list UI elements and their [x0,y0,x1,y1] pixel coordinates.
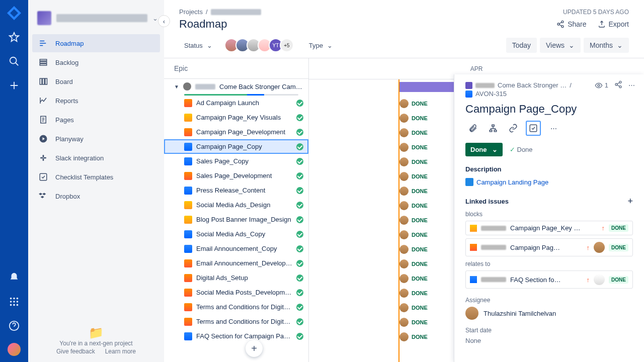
collapse-sidebar-button[interactable]: ‹ [158,15,170,27]
redacted [195,84,215,89]
status-button[interactable]: Done⌄ [465,143,503,156]
linked-issue-card[interactable]: Campaign Page_Key … ↑ DONE [465,221,633,235]
svg-rect-15 [43,78,45,84]
status-chip: DONE [609,276,628,284]
sidebar-item-dropbox[interactable]: Dropbox [32,187,160,205]
chevron-down-icon: ⌄ [617,41,623,49]
epic-label: Come Back Stronger Campaign [219,83,303,90]
task-row[interactable]: Sales Page_Copy [164,154,308,168]
task-type-icon [184,216,192,224]
task-type-icon [184,245,192,253]
breadcrumb-projects[interactable]: Projects [179,8,203,16]
epic-row[interactable]: ▼ Come Back Stronger Campaign [164,79,308,94]
sidebar-item-pages[interactable]: Pages [32,111,160,129]
watch-count[interactable]: 1 [595,81,608,89]
task-row[interactable]: Social Media Posts_Development [164,285,308,300]
task-row[interactable]: Blog Post Banner Image_Design [164,212,308,227]
sidebar-item-label: Reports [55,97,78,105]
app-logo-icon[interactable] [7,6,21,20]
task-label: Social Media Posts_Development [196,289,292,296]
assignee-row[interactable]: Thulazshini Tamilchelvan [465,307,633,320]
issue-key[interactable]: AVON-315 [475,90,507,98]
status-check-icon [296,143,303,150]
task-row[interactable]: Email Announcement_Copy [164,241,308,256]
linked-issue-card[interactable]: Campaign Pag… ↑ DONE [465,238,633,256]
assignee-avatar [399,201,409,210]
status-dropdown[interactable]: Status ⌄ [179,39,217,52]
svg-point-27 [619,81,621,83]
dropbox-icon [38,191,48,201]
svg-rect-20 [43,155,44,157]
task-row[interactable]: Email Announcement_Developm… [164,256,308,270]
assignee-avatar [399,289,409,298]
task-row[interactable]: Campaign Page_Key Visuals [164,110,308,125]
share-icon[interactable] [614,80,622,90]
task-row[interactable]: Ad Campaign Launch [164,96,308,110]
task-row[interactable]: Campaign Page_Development [164,125,308,139]
task-row[interactable]: Press Release_Content [164,183,308,198]
parent-link[interactable]: Come Back Stronger … [498,81,567,89]
link-button[interactable] [506,121,521,136]
more-icon[interactable]: ⋯ [628,81,635,89]
task-row[interactable]: FAQ Section for Campaign Page … [164,329,308,343]
months-dropdown[interactable]: Months⌄ [584,38,629,53]
task-type-icon [184,128,192,136]
user-avatar[interactable] [8,343,21,356]
description-header: Description [465,165,633,173]
doc-link[interactable]: Campaign Landing Page [465,176,633,193]
redacted-key [481,277,506,282]
sidebar-item-reports[interactable]: Reports [32,92,160,110]
today-button[interactable]: Today [506,38,537,53]
status-tag: DONE [412,319,428,325]
svg-rect-18 [40,157,43,159]
assignee-filter[interactable]: YT +5 [227,38,294,52]
add-linked-issue[interactable]: + [627,196,633,207]
task-type-icon [184,157,192,165]
create-epic-button[interactable]: + [246,340,263,357]
avatar-overflow[interactable]: +5 [280,38,294,52]
task-row[interactable]: Sales Page_Development [164,168,308,183]
assignee-avatar [399,187,409,196]
linked-issue-card[interactable]: FAQ Section fo… ↑ DONE [465,270,633,289]
task-row[interactable]: Terms and Conditions for Digital … [164,314,308,329]
export-button[interactable]: Export [598,20,629,28]
type-dropdown[interactable]: Type ⌄ [304,39,338,52]
star-icon[interactable] [7,30,21,44]
search-icon[interactable] [7,54,21,68]
task-row[interactable]: Social Media Ads_Copy [164,227,308,241]
checkbox-button[interactable] [526,121,541,136]
more-button[interactable]: ⋯ [546,121,561,136]
feedback-link[interactable]: Give feedback [56,348,95,355]
assignee-avatar [594,274,605,285]
sidebar-item-roadmap[interactable]: Roadmap [32,34,160,52]
share-button[interactable]: Share [556,20,586,28]
assignee-avatar [594,242,605,253]
task-row[interactable]: Social Media Ads_Design [164,198,308,212]
project-header[interactable]: ⌄ [28,0,164,29]
attach-button[interactable] [465,121,480,136]
sidebar-item-slack[interactable]: Slack integration [32,149,160,167]
task-row[interactable]: Campaign Page_Copy [164,139,308,154]
subtask-button[interactable] [486,121,501,136]
apps-icon[interactable] [7,295,21,309]
footer-message: You're in a next-gen project [35,340,157,347]
redacted-key [481,245,506,250]
epic-icon [465,82,472,89]
help-icon[interactable] [7,319,21,333]
sidebar-item-planyway[interactable]: Planyway [32,130,160,148]
learn-more-link[interactable]: Learn more [105,348,136,355]
status-tag: DONE [412,334,428,340]
notification-icon[interactable] [7,270,21,285]
task-row[interactable]: Terms and Conditions for Digital … [164,300,308,314]
start-date-value[interactable]: None [465,334,633,347]
views-dropdown[interactable]: Views⌄ [540,38,581,53]
sidebar-item-backlog[interactable]: Backlog [32,53,160,71]
assignee-avatar [399,332,409,341]
assignee-avatar [399,157,409,166]
issue-title[interactable]: Campaign Page_Copy [465,103,633,116]
task-row[interactable]: Digital Ads_Setup [164,270,308,285]
svg-point-1 [10,298,12,300]
sidebar-item-board[interactable]: Board [32,72,160,90]
create-icon[interactable] [7,78,21,93]
sidebar-item-checklist[interactable]: Checklist Templates [32,168,160,186]
